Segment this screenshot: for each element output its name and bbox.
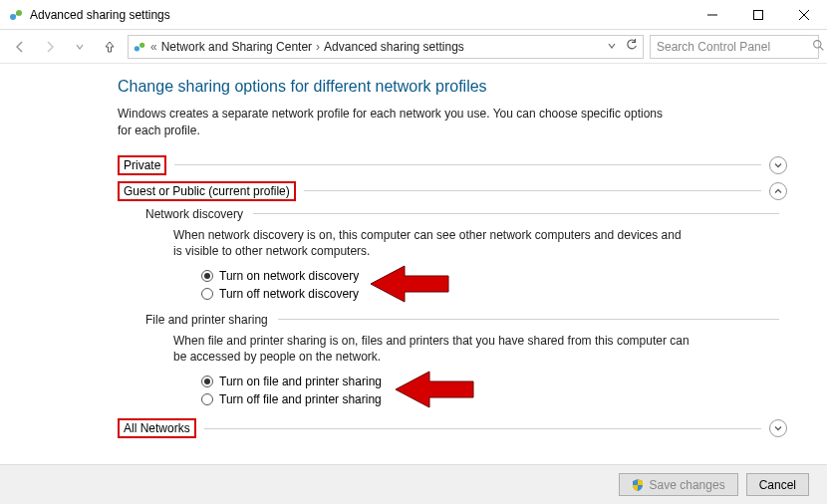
minimize-button[interactable] bbox=[689, 0, 735, 30]
radio-fp-off[interactable]: Turn off file and printer sharing bbox=[201, 390, 787, 408]
radio-label: Turn on network discovery bbox=[219, 269, 359, 283]
refresh-button[interactable] bbox=[625, 38, 639, 55]
save-changes-button[interactable]: Save changes bbox=[619, 473, 738, 496]
file-printer-desc: When file and printer sharing is on, fil… bbox=[173, 333, 691, 365]
section-all-label: All Networks bbox=[118, 418, 196, 438]
subsection-title: Network discovery bbox=[145, 207, 243, 221]
network-discovery-desc: When network discovery is on, this compu… bbox=[173, 227, 691, 259]
radio-icon bbox=[201, 393, 213, 405]
section-guest-label: Guest or Public (current profile) bbox=[118, 181, 296, 201]
recent-dropdown-button[interactable] bbox=[68, 35, 92, 59]
chevron-right-icon[interactable]: › bbox=[316, 40, 320, 54]
search-icon[interactable] bbox=[812, 39, 825, 55]
section-private-label: Private bbox=[118, 155, 166, 175]
svg-point-3 bbox=[135, 46, 139, 51]
chevron-up-icon[interactable] bbox=[769, 182, 787, 200]
footer: Save changes Cancel bbox=[0, 464, 827, 504]
content-area: Change sharing options for different net… bbox=[0, 64, 827, 464]
network-discovery-radiogroup: Turn on network discovery Turn off netwo… bbox=[201, 267, 787, 303]
close-button[interactable] bbox=[781, 0, 827, 30]
subsection-title: File and printer sharing bbox=[145, 313, 268, 327]
radio-nd-on[interactable]: Turn on network discovery bbox=[201, 267, 787, 285]
save-button-label: Save changes bbox=[650, 478, 725, 492]
annotation-arrow-icon bbox=[371, 264, 450, 304]
section-private[interactable]: Private bbox=[118, 155, 787, 175]
radio-icon bbox=[201, 376, 213, 387]
radio-icon bbox=[201, 288, 213, 300]
svg-marker-6 bbox=[371, 266, 448, 302]
svg-point-4 bbox=[139, 42, 144, 47]
chevron-down-icon[interactable] bbox=[769, 419, 787, 437]
address-dropdown-button[interactable] bbox=[607, 40, 617, 54]
chevron-down-icon[interactable] bbox=[769, 156, 787, 174]
divider bbox=[278, 319, 779, 320]
subsection-file-printer: File and printer sharing bbox=[145, 313, 787, 327]
radio-nd-off[interactable]: Turn off network discovery bbox=[201, 285, 787, 303]
svg-rect-2 bbox=[754, 10, 763, 19]
section-all-networks[interactable]: All Networks bbox=[118, 418, 787, 438]
titlebar: Advanced sharing settings bbox=[0, 0, 827, 30]
network-center-icon bbox=[133, 40, 146, 54]
cancel-button[interactable]: Cancel bbox=[746, 473, 809, 496]
annotation-arrow-icon bbox=[396, 370, 475, 409]
breadcrumb-crumb-1[interactable]: Network and Sharing Center bbox=[161, 40, 312, 54]
page-heading: Change sharing options for different net… bbox=[118, 78, 787, 96]
radio-label: Turn off network discovery bbox=[219, 287, 359, 301]
maximize-button[interactable] bbox=[735, 0, 781, 30]
radio-icon bbox=[201, 270, 213, 282]
address-bar[interactable]: « Network and Sharing Center › Advanced … bbox=[128, 35, 644, 59]
svg-marker-7 bbox=[396, 372, 473, 407]
cancel-button-label: Cancel bbox=[759, 478, 796, 492]
navbar: « Network and Sharing Center › Advanced … bbox=[0, 30, 827, 64]
radio-label: Turn off file and printer sharing bbox=[219, 392, 382, 406]
divider bbox=[304, 190, 761, 191]
search-box[interactable] bbox=[650, 35, 819, 59]
divider bbox=[174, 164, 761, 165]
page-subtext: Windows creates a separate network profi… bbox=[118, 106, 676, 139]
network-center-icon bbox=[8, 7, 24, 23]
svg-point-5 bbox=[814, 40, 821, 47]
divider bbox=[253, 213, 779, 214]
breadcrumb-crumb-2[interactable]: Advanced sharing settings bbox=[324, 40, 464, 54]
file-printer-radiogroup: Turn on file and printer sharing Turn of… bbox=[201, 373, 787, 408]
uac-shield-icon bbox=[632, 479, 644, 491]
up-button[interactable] bbox=[98, 35, 122, 59]
subsection-network-discovery: Network discovery bbox=[145, 207, 787, 221]
window-controls bbox=[689, 0, 827, 30]
back-button[interactable] bbox=[8, 35, 32, 59]
breadcrumb-root[interactable]: « bbox=[150, 40, 157, 54]
divider bbox=[204, 428, 761, 429]
radio-fp-on[interactable]: Turn on file and printer sharing bbox=[201, 373, 787, 390]
radio-label: Turn on file and printer sharing bbox=[219, 375, 382, 388]
window-title: Advanced sharing settings bbox=[30, 8, 170, 22]
section-guest[interactable]: Guest or Public (current profile) bbox=[118, 181, 787, 201]
forward-button[interactable] bbox=[38, 35, 62, 59]
search-input[interactable] bbox=[657, 40, 806, 54]
